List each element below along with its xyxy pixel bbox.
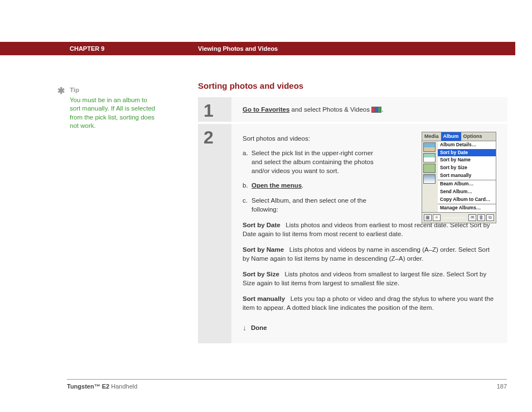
done-row: ↓ Done [243,323,496,334]
sort-by-name-row: Sort by Name Lists photos and videos by … [243,245,496,263]
zoom-slider [443,217,466,219]
tip-label: Tip [70,86,158,95]
menu-sort-date: Sort by Date [438,149,496,157]
done-label: Done [251,323,267,332]
sort-by-size-row: Sort by Size Lists photos and videos fro… [243,270,496,288]
step-2: 2 Media Album Options [198,124,507,343]
chapter-title: Viewing Photos and Videos [198,42,278,55]
menu-copy: Copy Album to Card… [438,196,496,204]
step-2-number: 2 [198,124,231,343]
thumb-4 [423,174,436,184]
step-1-body: Go to Favorites and select Photos & Vide… [231,97,507,122]
tab-options: Options [461,132,485,141]
mail-icon: ✉ [468,214,476,221]
menu-sort-manual: Sort manually [438,172,496,180]
thumb-2 [423,153,436,162]
step-2c: c.Select Album, and then select one of t… [252,196,374,214]
step-1: 1 Go to Favorites and select Photos & Vi… [198,97,507,122]
tip-star-icon: ✱ [57,85,65,97]
step-1-text: and select Photos & Videos [289,106,371,113]
album-menu-screenshot: Media Album Options Album Details… [422,132,496,223]
chapter-label: CHAPTER 9 [70,42,104,55]
menu-beam: Beam Album… [438,180,496,188]
grid-view-icon: ▦ [424,214,432,221]
thumb-1 [423,142,436,152]
menu-sort-size: Sort by Size [438,164,496,172]
section-title: Sorting photos and videos [198,81,507,90]
photos-videos-icon [371,107,381,113]
step-2a: a.Select the pick list in the upper-righ… [252,148,374,175]
thumb-3 [423,164,436,173]
go-to-favorites-link[interactable]: Go to Favorites [243,106,289,113]
page-number: 187 [497,383,507,390]
tip-block: ✱ Tip You must be in an album to sort ma… [57,86,158,131]
step-2-body: Media Album Options Album Details… [231,124,507,343]
screenshot-toolbar: ▦ ≡ ✉ 🗑 ⧉ [422,212,496,223]
step-2b: b.Open the menus. [252,181,374,190]
trash-icon: 🗑 [477,214,485,221]
sort-manually-row: Sort manually Lets you tap a photo or vi… [243,294,496,312]
bt-icon: ⧉ [486,214,494,221]
chapter-header-bar: CHAPTER 9 Viewing Photos and Videos [0,42,515,55]
product-name: Tungsten™ E2 Handheld [67,383,137,390]
tab-media: Media [422,132,441,141]
screenshot-menu: Album Details… Sort by Date Sort by Name… [438,141,496,212]
tab-album: Album [441,132,461,141]
menu-sort-name: Sort by Name [438,156,496,164]
done-arrow-icon: ↓ [243,323,246,334]
menu-send: Send Album… [438,188,496,196]
list-view-icon: ≡ [433,214,441,221]
screenshot-thumbnails [422,141,438,212]
menu-album-details: Album Details… [438,141,496,149]
page-footer: Tungsten™ E2 Handheld 187 [67,379,507,390]
screenshot-tabs: Media Album Options [422,132,496,141]
open-menus-link[interactable]: Open the menus [252,182,302,189]
step-1-number: 1 [198,97,231,122]
menu-manage: Manage Albums… [438,204,496,212]
tip-body: You must be in an album to sort manually… [70,96,158,131]
